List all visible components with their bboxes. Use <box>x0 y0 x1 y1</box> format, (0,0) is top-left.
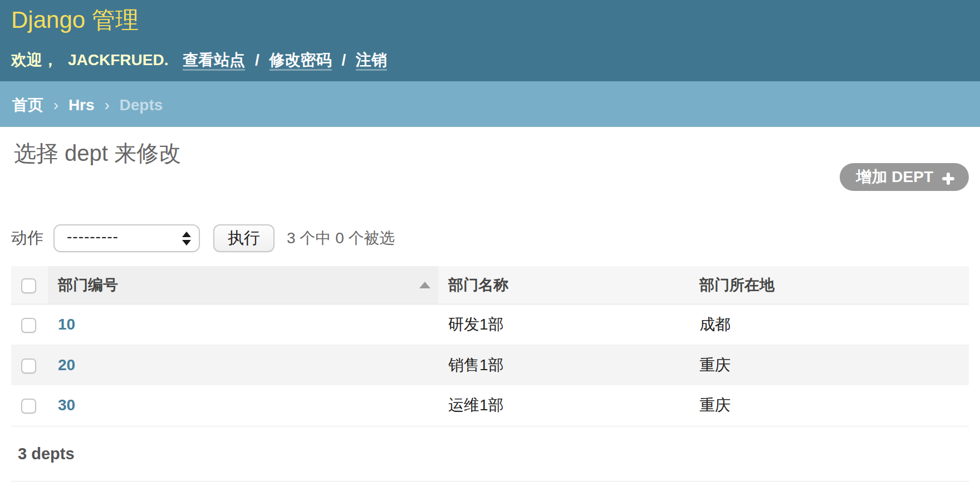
dept-id-link[interactable]: 20 <box>58 356 75 374</box>
column-header-dept-id-label: 部门编号 <box>58 275 118 295</box>
dept-changelist-table: 部门编号 部门名称 部门所在地 10 研发1部 <box>11 266 969 426</box>
site-header: Django 管理 欢迎，JACKFRUED. 查看站点 / 修改密码 / 注销 <box>0 0 980 81</box>
row-checkbox-cell <box>11 345 48 385</box>
add-dept-button[interactable]: 增加 DEPT <box>840 163 969 191</box>
dept-id-link[interactable]: 30 <box>58 396 75 414</box>
django-admin-page: Django 管理 欢迎，JACKFRUED. 查看站点 / 修改密码 / 注销… <box>0 0 980 501</box>
breadcrumb-current: Depts <box>119 96 163 114</box>
action-select-value: --------- <box>67 229 182 248</box>
column-header-dept-name[interactable]: 部门名称 <box>438 266 689 304</box>
dept-location-cell: 成都 <box>689 304 969 345</box>
breadcrumb-hrs-link[interactable]: Hrs <box>68 96 95 114</box>
add-dept-button-label: 增加 DEPT <box>856 166 933 188</box>
dept-location-cell: 重庆 <box>689 345 969 385</box>
row-checkbox-cell <box>11 304 48 345</box>
breadcrumb-separator: › <box>53 96 58 114</box>
welcome-text: 欢迎， <box>11 51 58 68</box>
dept-id-cell: 10 <box>48 304 438 345</box>
row-checkbox[interactable] <box>21 399 36 414</box>
sort-ascending-icon[interactable] <box>419 282 430 288</box>
column-header-dept-id[interactable]: 部门编号 <box>48 266 438 304</box>
dept-name-cell: 研发1部 <box>438 304 689 345</box>
dept-name-cell: 运维1部 <box>438 385 689 426</box>
select-all-checkbox[interactable] <box>21 278 36 293</box>
row-checkbox[interactable] <box>21 318 36 333</box>
view-site-link-wrap: 查看站点 <box>183 51 245 68</box>
column-header-dept-location-label: 部门所在地 <box>699 277 775 293</box>
table-row: 30 运维1部 重庆 <box>11 385 969 426</box>
result-count: 3 depts <box>11 426 969 482</box>
selection-counter: 3 个中 0 个被选 <box>287 228 395 249</box>
breadcrumb-home-link[interactable]: 首页 <box>12 96 43 114</box>
column-header-dept-name-label: 部门名称 <box>448 277 508 293</box>
breadcrumb-separator: › <box>104 96 109 114</box>
user-tools: 欢迎，JACKFRUED. 查看站点 / 修改密码 / 注销 <box>11 50 958 71</box>
dept-name-cell: 销售1部 <box>438 345 689 385</box>
column-header-dept-location[interactable]: 部门所在地 <box>689 266 969 304</box>
row-checkbox-cell <box>11 385 48 426</box>
row-checkbox[interactable] <box>21 358 36 374</box>
breadcrumb: 首页 › Hrs › Depts <box>0 81 980 127</box>
select-arrows-icon <box>182 232 191 245</box>
user-tools-separator: / <box>341 51 346 68</box>
go-button[interactable]: 执行 <box>213 224 275 252</box>
table-header-row: 部门编号 部门名称 部门所在地 <box>11 266 969 304</box>
plus-icon <box>942 171 954 183</box>
select-all-header-cell <box>11 266 48 304</box>
main-content: 增加 DEPT 选择 dept 来修改 动作 --------- 执行 3 个中… <box>0 138 980 482</box>
logout-link[interactable]: 注销 <box>356 51 387 71</box>
view-site-link[interactable]: 查看站点 <box>183 51 245 71</box>
user-tools-separator: / <box>255 51 259 68</box>
dept-id-cell: 30 <box>48 385 438 426</box>
dept-id-link[interactable]: 10 <box>58 316 75 333</box>
dept-location-cell: 重庆 <box>689 385 969 426</box>
change-password-link[interactable]: 修改密码 <box>270 51 332 71</box>
action-select[interactable]: --------- <box>53 224 200 252</box>
username: JACKFRUED. <box>68 51 168 68</box>
site-name-link[interactable]: Django 管理 <box>11 6 139 35</box>
table-row: 10 研发1部 成都 <box>11 304 969 345</box>
dept-id-cell: 20 <box>48 345 438 385</box>
object-tools: 增加 DEPT <box>840 163 969 191</box>
table-row: 20 销售1部 重庆 <box>11 345 969 385</box>
actions-bar: 动作 --------- 执行 3 个中 0 个被选 <box>11 224 969 252</box>
actions-label: 动作 <box>11 227 43 249</box>
page-title: 选择 dept 来修改 <box>14 138 969 169</box>
